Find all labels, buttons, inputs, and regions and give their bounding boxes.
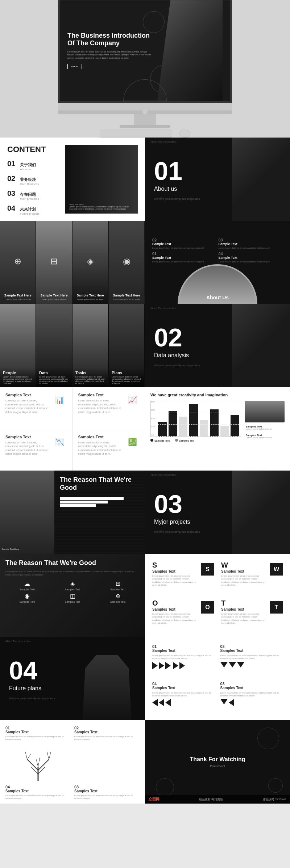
- reason-content: The Reason That We're Good: [54, 471, 145, 554]
- row-3: People Lorem ipsum dolor sit amet consec…: [0, 304, 290, 387]
- chart-legend: Samples Text Samples Text: [150, 439, 241, 442]
- sample-item-2: Samples Text Lorem ipsum dolor sit amet,…: [73, 387, 145, 429]
- tri-right-2: [159, 662, 164, 669]
- swot-text-t: Lorem ipsum dolor sit amet consectetur a…: [221, 612, 266, 625]
- slide-projects-03: About The Introduction 03 Myjor projects…: [145, 471, 290, 554]
- bar-3: [179, 417, 187, 437]
- swot-label-w: Samples Text: [221, 569, 266, 573]
- tri-right-4: [173, 662, 178, 669]
- arc-item-03: 03 Sample Text Lorem ipsum dolor sit ame…: [219, 238, 283, 250]
- content-item-4: 04 未来计划 Future projects: [7, 204, 65, 215]
- sample-body-1: Lorem ipsum dolor sit amet, consectetur …: [5, 399, 49, 414]
- content-caption2: Lorem ipsum dolor sit amet, consectetur …: [69, 206, 138, 210]
- slide-pdtp: People Lorem ipsum dolor sit amet consec…: [0, 304, 145, 387]
- bar-7: [220, 426, 229, 437]
- arrows-down-icon: [220, 662, 283, 667]
- content-num-4: 04: [7, 204, 16, 212]
- tree-bottom-items: 04 Samples Text Lorem ipsum dolor sit am…: [5, 785, 140, 800]
- person-overlay-1: [232, 138, 290, 221]
- svg-line-10: [38, 758, 40, 767]
- photo-item-3: ◈ Sample Text Here Lorem ipsum dolor sit…: [72, 221, 109, 304]
- svg-line-9: [36, 759, 38, 767]
- swot-text-o: Lorem ipsum dolor sit amet consectetur a…: [152, 612, 198, 625]
- tri-down-4: [220, 699, 228, 704]
- tri-left-2: [159, 699, 164, 706]
- screen-button[interactable]: name: [67, 64, 82, 69]
- pdtp-text-2: Lorem ipsum dolor sit amet consectetur a…: [39, 376, 69, 384]
- tree-item-01: 01 Samples Text Lorem ipsum dolor sit am…: [5, 726, 71, 741]
- reason-icon-2: ◈ Samples Text: [51, 580, 94, 591]
- tree-item-04: 04 Samples Text Lorem ipsum dolor sit am…: [5, 785, 71, 800]
- slide-content: CONTENT 01 关于我们 About us 02 业务板块 Core Bu…: [0, 138, 145, 221]
- slide-data-02: About The Introduction 02 Data analysis …: [145, 304, 290, 387]
- tri-right-3: [165, 662, 171, 669]
- slide-photo-strip: ⊕ Sample Text Here Lorem ipsum dolor sit…: [0, 221, 145, 304]
- content-right-image: Body Text Here Lorem ipsum dolor sit ame…: [65, 145, 138, 214]
- sample-title-1: Samples Text: [5, 393, 49, 397]
- tri-down-3: [237, 662, 244, 667]
- pdtp-text-1: Lorem ipsum dolor sit amet consectetur a…: [3, 376, 33, 384]
- photo-icon-4: ◉: [123, 256, 130, 266]
- bar-4: [189, 404, 198, 437]
- imac-hero: The Business Introduction Of The Company…: [0, 0, 290, 138]
- swot-text-w: Lorem ipsum dolor sit amet consectetur a…: [221, 574, 266, 587]
- reason-icon-6: ⊛ Samples Text: [96, 593, 140, 603]
- reason-icons-grid: ☁ Samples Text ◈ Samples Text ⊞ Samples …: [5, 580, 140, 603]
- bar-1: [158, 422, 167, 437]
- arc-item-02: 02 Sample Text Lorem ipsum dolor sit ame…: [152, 238, 217, 250]
- swot-box-w: W: [270, 563, 283, 576]
- swot-letter-o: O: [152, 599, 198, 607]
- sample-icon-4: 💹: [125, 435, 140, 449]
- photo-item-4: ◉ Sample Text Here Lorem ipsum dolor sit…: [109, 221, 145, 304]
- arc-item-04: 04 Sample Text Lorem ipsum dolor sit ame…: [219, 252, 283, 264]
- dark-header-3: About The Introduction: [150, 473, 176, 476]
- pdtp-title-4: Plans: [112, 371, 141, 375]
- slide-about-01: About The Introduction 01 About us We ha…: [145, 138, 290, 221]
- content-heading: CONTENT: [7, 145, 65, 154]
- screen-subtitle: Lorem ipsum dolor sit amet, consectetur …: [67, 50, 153, 59]
- dark-header-2: About The Introduction: [150, 307, 176, 309]
- swot-box-o: O: [201, 601, 214, 614]
- photo-label-4: Sample Text Here Lorem ipsum dolor sit a…: [109, 294, 144, 300]
- chart-y-labels: 0%20%40%60%80%: [151, 401, 155, 437]
- slide-reason-icons: The Reason That We're Good Lorem ipsum d…: [0, 554, 145, 637]
- content-num-3: 03: [7, 189, 16, 198]
- svg-line-5: [25, 752, 27, 759]
- sample-body-4: Lorem ipsum dolor sit amet, consectetur …: [78, 441, 122, 456]
- thankyou-brand: PowerPoint: [190, 764, 245, 768]
- pdtp-plans: Plans Lorem ipsum dolor sit amet consect…: [109, 304, 145, 387]
- photo-label-1: Sample Text Here Lorem ipsum dolor sit a…: [0, 294, 36, 300]
- thankyou-content: Thank For Watching PowerPoint: [190, 756, 245, 768]
- content-item-zh-2: 业务板块: [20, 177, 39, 182]
- swot-box-s: S: [201, 563, 214, 576]
- legend-label-2: Samples Text: [179, 439, 194, 442]
- watermark-bar: 众图网 精品素材·每日更新 作品编号:2825142: [145, 795, 290, 804]
- photo-icon-2: ⊞: [50, 256, 58, 266]
- tree-item-02: 02 Samples Text Lorem ipsum dolor sit am…: [74, 726, 140, 741]
- tri-left-4: [229, 699, 234, 706]
- content-num-1: 01: [7, 160, 16, 168]
- screen-title: The Business Introduction Of The Company: [67, 32, 153, 47]
- tri-right-1: [152, 662, 158, 669]
- reason-title-center: The Reason That We're Good: [60, 476, 140, 492]
- photo-item-2: ⊞ Sample Text Here Lorem ipsum dolor sit…: [36, 221, 72, 304]
- swot-letter-t: T: [221, 599, 266, 607]
- sample-title-2: Samples Text: [78, 393, 122, 397]
- reason-img-caption-1: Sample Text Here: [2, 548, 19, 550]
- swot-label-t: Samples Text: [221, 607, 266, 611]
- chart-side-label-1: Samples Text: [246, 425, 283, 428]
- row-6: The Reason That We're Good Lorem ipsum d…: [0, 554, 290, 637]
- swot-label-s: Samples Text: [152, 569, 198, 573]
- legend-dot-2: [175, 439, 178, 442]
- slide-tree: 01 Samples Text Lorem ipsum dolor sit am…: [0, 720, 145, 804]
- reason-bar-1: [60, 497, 124, 500]
- person-overlay-2: [232, 304, 290, 387]
- content-item-zh-3: 存在问题: [20, 192, 39, 197]
- svg-line-8: [49, 752, 51, 759]
- chart-side-label-2: Samples Text: [246, 434, 283, 437]
- chart-title: We have great creativity and imagination: [150, 393, 285, 397]
- row-5: Sample Text Here The Reason That We're G…: [0, 471, 290, 554]
- tree-svg: [24, 745, 53, 781]
- slide-swot: S Samples Text Lorem ipsum dolor sit ame…: [145, 554, 290, 637]
- slide-future-04: About The Introduction 04 Future plans W…: [0, 637, 145, 720]
